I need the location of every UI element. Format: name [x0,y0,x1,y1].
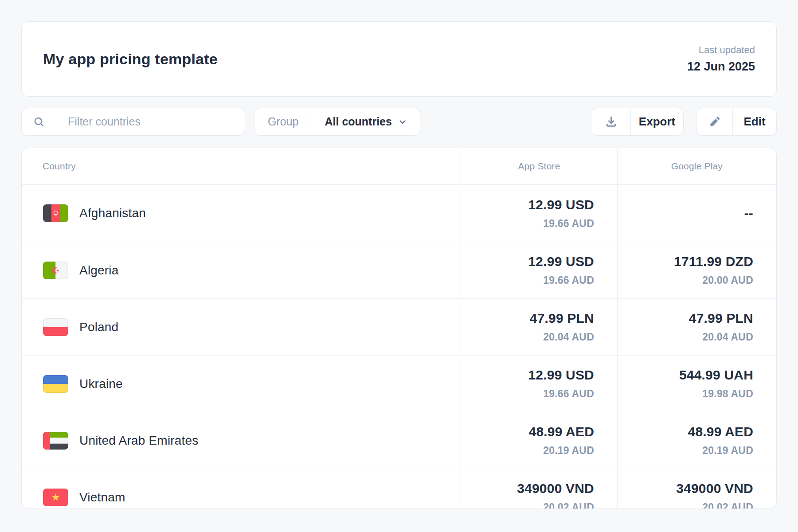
group-dropdown-label: Group [254,108,312,135]
price-main: 48.99 AED [688,424,753,439]
country-cell: Afghanistan [22,185,461,242]
flag-uae [43,432,68,450]
flag-poland [43,318,68,336]
price-main: 48.99 AED [529,424,594,439]
app-store-price-cell: 12.99 USD19.66 AUD [461,185,617,242]
page-title: My app pricing template [43,51,218,68]
group-dropdown-value: All countries [325,115,391,128]
table-body: Afghanistan 12.99 USD19.66 AUD -- Algeri… [22,185,776,509]
country-cell: Ukraine [22,356,461,412]
last-updated: Last updated 12 Jun 2025 [687,44,755,74]
download-icon [605,115,618,128]
group-dropdown[interactable]: Group All countries [254,108,420,136]
google-play-price-cell: 48.99 AED20.19 AUD [617,412,776,469]
google-play-price-cell: 544.99 UAH19.98 AUD [617,356,776,412]
price-main: 349000 VND [676,481,753,496]
google-play-price-cell: -- [617,185,776,242]
country-cell: Algeria [22,242,461,298]
price-converted: 20.04 AUD [543,331,594,343]
price-main: 47.99 PLN [689,311,753,326]
price-main: 12.99 USD [528,368,594,383]
price-converted: 19.98 AUD [702,388,753,400]
edit-button-label: Edit [733,108,776,135]
app-store-price-cell: 48.99 AED20.19 AUD [461,412,617,469]
column-header-google-play: Google Play [617,148,776,184]
google-play-price-cell: 349000 VND20.02 AUD [617,469,776,509]
price-converted: 19.66 AUD [543,274,594,286]
last-updated-date: 12 Jun 2025 [687,60,755,74]
country-cell: Poland [22,299,461,355]
price-converted: 19.66 AUD [543,218,594,230]
table-row: United Arab Emirates 48.99 AED20.19 AUD … [22,412,776,469]
price-converted: 20.04 AUD [702,331,753,343]
table-header: Country App Store Google Play [22,148,776,185]
chevron-down-icon [398,117,407,127]
country-name: Afghanistan [79,206,146,220]
export-icon-segment [591,108,631,135]
price-converted: 20.02 AUD [543,501,594,509]
price-converted: 20.00 AUD [702,274,753,286]
country-name: Vietnam [79,490,125,505]
export-button[interactable]: Export [591,108,684,136]
page: My app pricing template Last updated 12 … [0,0,798,509]
last-updated-label: Last updated [687,44,755,56]
country-cell: Vietnam [22,469,461,509]
price-converted: 19.66 AUD [543,388,594,400]
price-converted: 20.02 AUD [702,501,753,509]
flag-vietnam [43,489,68,506]
price-main: 349000 VND [517,481,594,496]
app-store-price-cell: 349000 VND20.02 AUD [461,469,617,509]
table-row: Poland 47.99 PLN20.04 AUD 47.99 PLN20.04… [22,298,776,355]
flag-algeria [43,262,68,279]
app-store-price-cell: 12.99 USD19.66 AUD [461,356,617,412]
country-cell: United Arab Emirates [22,412,461,469]
pricing-table: Country App Store Google Play Afghanista… [21,148,777,509]
flag-afghanistan [43,204,68,222]
price-main: 12.99 USD [528,197,594,212]
column-header-country: Country [22,148,461,184]
search-icon [33,116,45,128]
filter-countries-input[interactable] [56,108,245,135]
price-empty: -- [744,206,753,221]
app-store-price-cell: 12.99 USD19.66 AUD [461,242,617,298]
edit-button[interactable]: Edit [696,108,777,136]
export-button-label: Export [631,108,683,135]
table-row: Ukraine 12.99 USD19.66 AUD 544.99 UAH19.… [22,355,776,412]
flag-ukraine [43,375,68,393]
country-name: Ukraine [79,377,123,391]
table-row: Algeria 12.99 USD19.66 AUD 1711.99 DZD20… [22,242,776,298]
column-header-app-store: App Store [461,148,617,184]
table-row: Afghanistan 12.99 USD19.66 AUD -- [22,185,776,242]
search-icon-segment [22,108,56,135]
edit-icon-segment [696,108,733,135]
toolbar-spacer [420,108,591,136]
price-main: 1711.99 DZD [674,254,753,269]
country-name: United Arab Emirates [79,434,199,448]
table-row: Vietnam 349000 VND20.02 AUD 349000 VND20… [22,469,776,509]
filter-countries-control[interactable] [21,108,245,136]
price-main: 12.99 USD [528,254,594,269]
country-name: Algeria [79,263,119,278]
google-play-price-cell: 1711.99 DZD20.00 AUD [617,242,776,298]
pencil-icon [708,116,721,128]
country-name: Poland [79,320,118,334]
price-converted: 20.19 AUD [543,445,594,457]
header-card: My app pricing template Last updated 12 … [21,21,777,97]
group-dropdown-value-segment[interactable]: All countries [312,108,419,135]
toolbar: Group All countries Export [21,108,777,136]
google-play-price-cell: 47.99 PLN20.04 AUD [617,299,776,355]
price-main: 544.99 UAH [679,368,753,383]
price-main: 47.99 PLN [530,311,594,326]
price-converted: 20.19 AUD [702,445,753,457]
app-store-price-cell: 47.99 PLN20.04 AUD [461,299,617,355]
